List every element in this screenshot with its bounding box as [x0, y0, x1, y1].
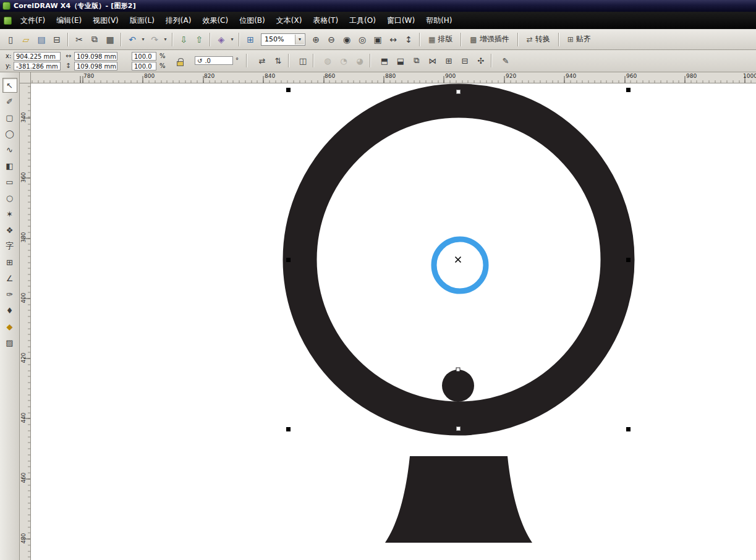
selection-handle-bottom-left[interactable] — [286, 427, 291, 431]
combine-button[interactable]: ⧉ — [409, 53, 424, 68]
save-button[interactable]: ▤ — [34, 32, 49, 47]
print-button[interactable]: ⊟ — [49, 32, 64, 47]
menu-arrange[interactable]: 排列(A) — [160, 12, 197, 30]
pick-tool[interactable]: ↖ — [2, 78, 17, 93]
break-apart-button[interactable]: ⋈ — [425, 53, 440, 68]
selection-handle-bottom-center[interactable] — [456, 426, 461, 431]
selection-handle-mid-left[interactable] — [286, 258, 291, 262]
menu-text[interactable]: 文本(X) — [271, 12, 308, 30]
x-position-field[interactable]: 904.225 mm — [14, 52, 61, 61]
zoom-to-selection-button[interactable]: ◉ — [339, 32, 354, 47]
zoom-tool[interactable]: ◯ — [2, 126, 17, 141]
rectangle-tool[interactable]: ▭ — [2, 174, 17, 189]
interactive-fill-tool[interactable]: ▨ — [2, 335, 17, 350]
cut-button[interactable]: ✂ — [72, 32, 87, 47]
zoom-in-button[interactable]: ⊕ — [308, 32, 323, 47]
selection-handle-top-center[interactable] — [456, 90, 461, 94]
shape-tool[interactable]: ✐ — [2, 94, 17, 109]
intersect-button[interactable]: ◕ — [352, 53, 367, 68]
open-button[interactable]: ▱ — [19, 32, 33, 47]
eyedropper-tool[interactable]: ✑ — [2, 287, 17, 302]
zoom-level-combo[interactable]: 150% ▾ — [261, 33, 305, 46]
menu-tools[interactable]: 工具(O) — [344, 12, 381, 30]
scale-vertical-field[interactable]: 100.0 — [132, 62, 156, 70]
layout-button[interactable]: ▦ 排版 — [423, 32, 457, 47]
new-button[interactable]: ▯ — [3, 32, 18, 47]
highlight-circle-shape[interactable] — [434, 239, 486, 291]
hruler-label: 820 — [204, 73, 214, 79]
ungroup-button[interactable]: ⊟ — [457, 53, 472, 68]
menu-file[interactable]: 文件(F) — [15, 12, 51, 30]
basic-shapes-tool[interactable]: ❖ — [2, 223, 17, 237]
fill-tool[interactable]: ◆ — [2, 319, 17, 334]
application-launcher-button[interactable]: ◈ — [214, 32, 229, 47]
y-position-field[interactable]: -381.286 mm — [14, 62, 61, 70]
outline-pen-tool[interactable]: ♦ — [2, 303, 17, 318]
curve-node[interactable] — [456, 368, 460, 371]
mirror-horizontal-button[interactable]: ⇄ — [255, 53, 270, 68]
zoom-to-page-button[interactable]: ▣ — [370, 32, 385, 47]
crop-tool[interactable]: ▢ — [2, 110, 17, 125]
trim-button[interactable]: ◔ — [336, 53, 351, 68]
launcher-dropdown-icon[interactable]: ▾ — [229, 32, 236, 47]
menu-bitmaps[interactable]: 位图(B) — [234, 12, 271, 30]
rotation-field[interactable]: ↺ .0 — [195, 56, 233, 65]
convert-to-curves-button[interactable]: ✣ — [474, 53, 488, 68]
wrap-paragraph-text-button[interactable]: ◫ — [295, 53, 310, 68]
zoom-to-height-button[interactable]: ↕ — [401, 32, 416, 47]
redo-button[interactable]: ↷ — [147, 32, 162, 47]
group-button[interactable]: ⊞ — [441, 53, 456, 68]
menu-window[interactable]: 窗口(W) — [381, 12, 420, 30]
weld-button[interactable]: ◍ — [320, 53, 335, 68]
chevron-down-icon[interactable]: ▾ — [295, 35, 304, 45]
freehand-tool[interactable]: ∿ — [2, 142, 17, 157]
zoom-out-button[interactable]: ⊖ — [324, 32, 339, 47]
convert-button[interactable]: ⇄ 转换 — [522, 32, 555, 47]
dimension-tool[interactable]: ∠ — [2, 271, 17, 286]
menu-effects[interactable]: 效果(C) — [197, 12, 234, 30]
vruler-label: 420 — [20, 352, 28, 363]
import-button[interactable]: ⇩ — [176, 32, 191, 47]
ellipse-tool[interactable]: ○ — [2, 190, 17, 205]
mirror-vertical-button[interactable]: ⇅ — [271, 53, 286, 68]
vertical-ruler[interactable]: 340 360 380 400 420 440 460 480 — [20, 83, 31, 560]
redo-dropdown-icon[interactable]: ▾ — [162, 32, 169, 47]
welcome-screen-button[interactable]: ⊞ — [243, 32, 258, 47]
menu-layout[interactable]: 版面(L) — [124, 12, 160, 30]
zoom-to-all-button[interactable]: ◎ — [355, 32, 370, 47]
menu-view[interactable]: 视图(V) — [87, 12, 124, 30]
selection-handle-mid-right[interactable] — [626, 258, 631, 262]
ruler-origin-corner[interactable] — [20, 72, 31, 83]
text-tool[interactable]: 字 — [2, 239, 17, 253]
snap-button[interactable]: ⊞ 贴齐 — [563, 32, 596, 47]
table-tool[interactable]: ⊞ — [2, 255, 17, 269]
zoom-to-width-button[interactable]: ↔ — [386, 32, 401, 47]
canvas[interactable] — [31, 83, 756, 560]
to-back-button[interactable]: ⬓ — [393, 53, 408, 68]
menu-table[interactable]: 表格(T) — [307, 12, 344, 30]
selection-handle-bottom-right[interactable] — [626, 427, 631, 431]
undo-dropdown-icon[interactable]: ▾ — [140, 32, 147, 47]
horizontal-ruler[interactable]: 780 800 820 840 860 880 900 920 940 960 … — [31, 72, 756, 83]
document-icon[interactable] — [4, 17, 12, 25]
polygon-tool[interactable]: ✶ — [2, 206, 17, 221]
outline-width-button[interactable]: ✎ — [498, 53, 513, 68]
export-button[interactable]: ⇧ — [192, 32, 206, 47]
selection-handle-top-left[interactable] — [286, 88, 291, 92]
menu-edit[interactable]: 编辑(E) — [51, 12, 87, 30]
selection-handle-top-right[interactable] — [626, 88, 631, 92]
selection-center-marker[interactable] — [456, 257, 461, 263]
copy-button[interactable]: ⧉ — [87, 32, 102, 47]
menu-help[interactable]: 帮助(H) — [420, 12, 457, 30]
pedestal-base-shape[interactable] — [385, 456, 532, 543]
object-height-field[interactable]: 109.098 mm — [74, 62, 117, 70]
paste-button[interactable]: ▦ — [103, 32, 117, 47]
enhance-plugin-button[interactable]: ▩ 增强插件 — [465, 32, 514, 47]
smart-fill-tool[interactable]: ◧ — [2, 158, 17, 173]
lock-ratio-button[interactable] — [174, 56, 186, 68]
scale-horizontal-field[interactable]: 100.0 — [132, 52, 156, 61]
small-ball-shape[interactable] — [442, 370, 474, 402]
to-front-button[interactable]: ⬒ — [377, 53, 392, 68]
object-width-field[interactable]: 109.098 mm — [74, 52, 117, 61]
undo-button[interactable]: ↶ — [125, 32, 140, 47]
